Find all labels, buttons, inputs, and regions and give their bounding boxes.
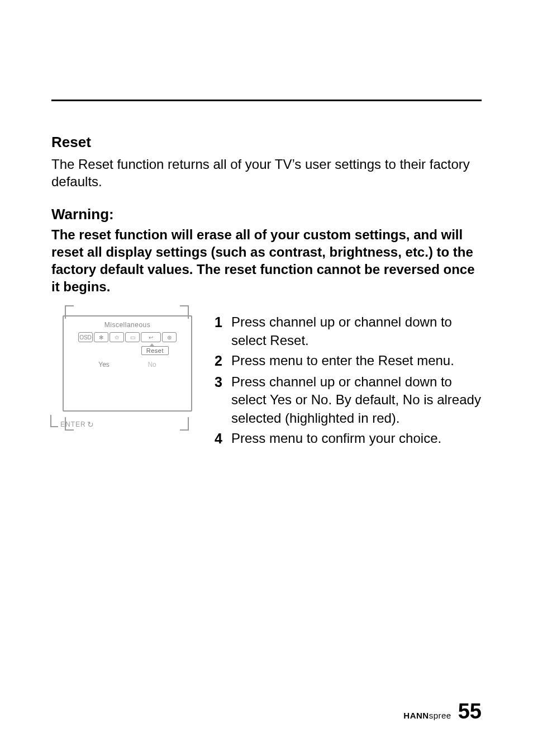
osd-icon: OSD	[78, 332, 93, 342]
step-text: Press channel up or channel down to sele…	[231, 373, 482, 427]
step-number: 2	[215, 352, 231, 371]
step-item: 3 Press channel up or channel down to se…	[215, 373, 482, 427]
step-item: 1 Press channel up or channel down to se…	[215, 313, 482, 349]
step-item: 4 Press menu to confirm your choice.	[215, 429, 482, 448]
page-number: 55	[458, 700, 482, 724]
osd-tab-row: OSD ✻ ✩ ▭ ↩ ⊛	[69, 332, 185, 342]
manual-page: Reset The Reset function returns all of …	[0, 0, 533, 756]
step-number: 4	[215, 429, 231, 448]
warning-title: Warning:	[51, 206, 482, 223]
step-text: Press menu to enter the Reset menu.	[231, 352, 482, 371]
osd-menu-title: Miscellaneous	[69, 321, 185, 329]
section-intro: The Reset function returns all of your T…	[51, 155, 482, 190]
corner-bracket-icon	[65, 417, 74, 431]
return-icon: ↩	[141, 332, 161, 342]
star-icon: ✩	[110, 332, 124, 342]
osd-options: Yes No	[69, 361, 185, 368]
page-footer: HANNspree 55	[403, 700, 482, 724]
content-row: Miscellaneous OSD ✻ ✩ ▭ ↩ ⊛ Reset Yes No	[51, 313, 482, 450]
step-number: 1	[215, 313, 231, 349]
l-connector-icon	[50, 415, 58, 427]
refresh-arrow-icon: ↻	[87, 420, 94, 429]
header-divider	[51, 100, 482, 101]
warning-body: The reset function will erase all of you…	[51, 226, 482, 295]
osd-option-yes: Yes	[98, 361, 110, 368]
osd-window: Miscellaneous OSD ✻ ✩ ▭ ↩ ⊛ Reset Yes No	[63, 315, 192, 412]
caret-up-icon	[150, 343, 154, 346]
step-text: Press channel up or channel down to sele…	[231, 313, 482, 349]
brand-logo: HANNspree	[403, 711, 451, 720]
steps-list: 1 Press channel up or channel down to se…	[215, 313, 482, 450]
osd-option-no: No	[147, 361, 156, 368]
gear-icon: ✻	[94, 332, 108, 342]
brand-light: spree	[429, 711, 451, 720]
step-text: Press menu to confirm your choice.	[231, 429, 482, 448]
osd-reset-button: Reset	[141, 346, 169, 355]
step-item: 2 Press menu to enter the Reset menu.	[215, 352, 482, 371]
globe-icon: ⊛	[162, 332, 177, 342]
step-number: 3	[215, 373, 231, 427]
corner-bracket-icon	[180, 417, 189, 431]
tv-icon: ▭	[125, 332, 140, 342]
osd-illustration: Miscellaneous OSD ✻ ✩ ▭ ↩ ⊛ Reset Yes No	[51, 313, 192, 434]
osd-submenu-row: Reset	[69, 344, 185, 355]
brand-bold: HANN	[403, 711, 429, 720]
section-title: Reset	[51, 134, 482, 151]
